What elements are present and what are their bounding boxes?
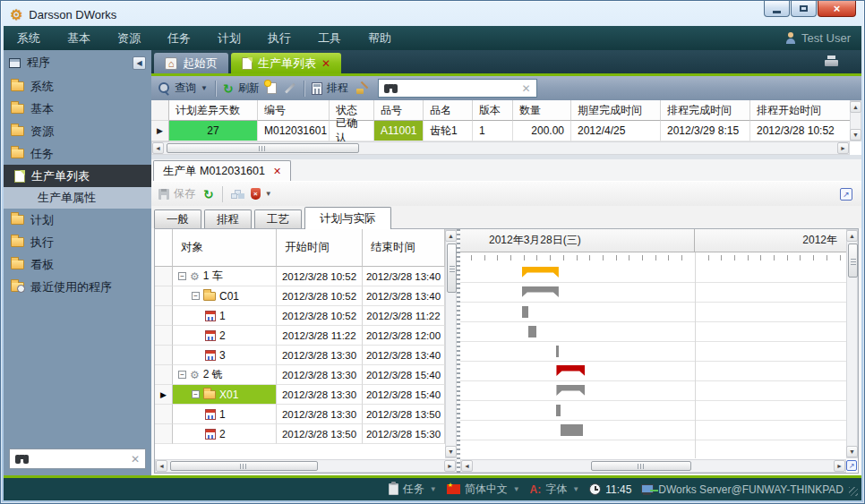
- gantt-bar-2[interactable]: [561, 424, 583, 436]
- sidebar-item-最近使用的程序[interactable]: 最近使用的程序: [4, 276, 151, 298]
- sidebar-item-生产单属性[interactable]: 生产单属性: [4, 187, 151, 209]
- dropdown-icon[interactable]: ▼: [572, 485, 579, 493]
- column-header-排程完成时间[interactable]: 排程完成时间: [661, 100, 750, 121]
- status-item-computer[interactable]: DWorks Server@FUNWAY-THINKPAD: [641, 483, 844, 496]
- scrollbar-thumb[interactable]: [447, 243, 457, 293]
- sidebar-item-任务[interactable]: 任务: [4, 142, 151, 165]
- tree-vertical-scrollbar[interactable]: ▲ ▼: [445, 229, 457, 458]
- close-tab-icon[interactable]: ✕: [321, 58, 330, 69]
- sidebar-item-执行[interactable]: 执行: [4, 231, 151, 253]
- tree-row[interactable]: 22012/3/28 13:502012/3/28 15:30: [155, 424, 457, 444]
- detail-tab-一般[interactable]: 一般: [154, 209, 201, 228]
- tree-row[interactable]: −C012012/3/28 10:522012/3/28 13:40: [155, 286, 457, 306]
- filter-search-box[interactable]: ✕: [378, 79, 537, 98]
- order-document-tab[interactable]: 生产单 M012031601 ✕: [153, 160, 291, 181]
- scroll-down-icon[interactable]: ▼: [445, 446, 457, 457]
- scroll-left-icon[interactable]: ◄: [156, 460, 167, 472]
- column-header-数量[interactable]: 数量: [513, 100, 571, 121]
- scroll-up-icon[interactable]: ▲: [445, 230, 457, 242]
- sidebar-collapse-button[interactable]: ◀: [133, 56, 146, 70]
- menu-item-基本[interactable]: 基本: [54, 26, 104, 50]
- dropdown-icon[interactable]: ▼: [513, 485, 520, 493]
- scrollbar-thumb[interactable]: [167, 143, 359, 153]
- grid-vertical-scrollbar[interactable]: ▲ ▼: [850, 100, 861, 141]
- tree-horizontal-scrollbar[interactable]: ◄ ►: [155, 459, 457, 473]
- tree-object-cell[interactable]: 2: [173, 424, 277, 444]
- column-header-品号[interactable]: 品号: [374, 100, 424, 121]
- detail-tab-计划与实际[interactable]: 计划与实际: [304, 207, 391, 229]
- scrollbar-thumb[interactable]: [170, 461, 318, 471]
- refresh-button[interactable]: ↻ 刷新: [223, 81, 260, 96]
- gantt-expand-icon[interactable]: ↗: [846, 460, 857, 471]
- scroll-down-icon[interactable]: ▼: [846, 446, 858, 457]
- sidebar-item-生产单列表[interactable]: 生产单列表: [4, 165, 151, 187]
- grid-data-row[interactable]: ▶27M012031601已确认A11001齿轮11200.002012/4/2…: [151, 121, 850, 141]
- tree-expander-icon[interactable]: −: [192, 292, 200, 300]
- menu-item-工具[interactable]: 工具: [304, 26, 355, 50]
- column-header-计划差异天数[interactable]: 计划差异天数: [169, 100, 258, 121]
- new-button[interactable]: [267, 82, 277, 94]
- sidebar-item-看板[interactable]: 看板: [4, 253, 151, 276]
- tree-object-cell[interactable]: −X01: [173, 385, 277, 405]
- gantt-bar-1[interactable]: [556, 405, 561, 416]
- column-header-期望完成时间[interactable]: 期望完成时间: [571, 100, 661, 121]
- status-item-flag[interactable]: 简体中文▼: [447, 482, 520, 497]
- tab-起始页[interactable]: ⌂起始页: [154, 53, 228, 73]
- detail-tab-工艺[interactable]: 工艺: [254, 209, 302, 228]
- column-header-版本[interactable]: 版本: [473, 100, 513, 121]
- clear-search-icon[interactable]: ✕: [131, 453, 140, 466]
- column-header-排程开始时间[interactable]: 排程开始时间: [750, 100, 852, 121]
- gantt-bar-1[interactable]: [522, 306, 528, 318]
- scroll-left-icon[interactable]: ◄: [461, 460, 473, 472]
- edit-button[interactable]: [284, 87, 296, 90]
- save-button[interactable]: 保存: [158, 186, 195, 201]
- scrollbar-thumb[interactable]: [591, 461, 691, 471]
- scroll-right-icon[interactable]: ►: [837, 142, 849, 154]
- scroll-right-icon[interactable]: ►: [444, 460, 456, 472]
- user-indicator[interactable]: Test User: [785, 31, 861, 45]
- scroll-left-icon[interactable]: ◄: [152, 142, 164, 154]
- tree-row[interactable]: 12012/3/28 13:302012/3/28 13:50: [155, 405, 457, 424]
- validation-dropdown-icon[interactable]: ▼: [265, 190, 272, 198]
- gantt-vertical-scrollbar[interactable]: ▲ ▼: [846, 229, 858, 458]
- tree-object-cell[interactable]: 1: [173, 405, 277, 424]
- grid-horizontal-scrollbar[interactable]: ◄ ►: [151, 141, 850, 155]
- scroll-down-icon[interactable]: ▼: [850, 129, 861, 141]
- sidebar-item-资源[interactable]: 资源: [4, 120, 151, 142]
- tree-object-cell[interactable]: 3: [173, 346, 277, 365]
- resize-grip[interactable]: [849, 487, 858, 496]
- gantt-horizontal-scrollbar[interactable]: ◄ ►: [460, 459, 846, 473]
- sidebar-item-基本[interactable]: 基本: [4, 98, 151, 120]
- maximize-button[interactable]: [791, 1, 817, 17]
- close-button[interactable]: ×: [818, 1, 856, 17]
- scroll-right-icon[interactable]: ►: [834, 460, 845, 472]
- tree-object-cell[interactable]: −C01: [173, 286, 277, 306]
- tree-object-cell[interactable]: 1: [173, 306, 277, 326]
- menu-item-任务[interactable]: 任务: [154, 26, 204, 50]
- status-item-clipboard[interactable]: 任务▼: [389, 482, 437, 497]
- tree-expander-icon[interactable]: −: [192, 390, 200, 398]
- gantt-bar-X01[interactable]: [556, 385, 585, 396]
- column-header-编号[interactable]: 编号: [258, 100, 330, 121]
- open-external-icon[interactable]: ↗: [840, 188, 852, 201]
- tree-expander-icon[interactable]: −: [178, 371, 186, 379]
- scroll-up-icon[interactable]: ▲: [846, 230, 858, 242]
- tree-column-header-结束时间[interactable]: 结束时间: [363, 229, 445, 267]
- menu-item-资源[interactable]: 资源: [104, 26, 154, 50]
- clear-filter-icon[interactable]: ✕: [522, 82, 531, 95]
- column-header-品名[interactable]: 品名: [424, 100, 473, 121]
- tree-row[interactable]: ▶−X012012/3/28 13:302012/3/28 15:40: [155, 385, 457, 405]
- clean-button[interactable]: [355, 81, 369, 95]
- tree-object-cell[interactable]: −⚙2 铣: [173, 365, 277, 385]
- validation-button[interactable]: × ▼: [251, 188, 272, 200]
- minimize-button[interactable]: [764, 1, 790, 17]
- sidebar-item-系统[interactable]: 系统: [4, 75, 151, 98]
- tree-column-header-对象[interactable]: 对象: [173, 229, 277, 267]
- gantt-bar-C01[interactable]: [522, 286, 559, 297]
- query-button[interactable]: 查询 ▼: [158, 81, 208, 96]
- hierarchy-button[interactable]: [231, 190, 243, 199]
- tree-row[interactable]: 22012/3/28 11:222012/3/28 12:00: [155, 326, 457, 346]
- detail-refresh-button[interactable]: ↻: [203, 188, 214, 201]
- schedule-button[interactable]: 排程: [312, 81, 348, 96]
- menu-item-计划[interactable]: 计划: [204, 26, 254, 50]
